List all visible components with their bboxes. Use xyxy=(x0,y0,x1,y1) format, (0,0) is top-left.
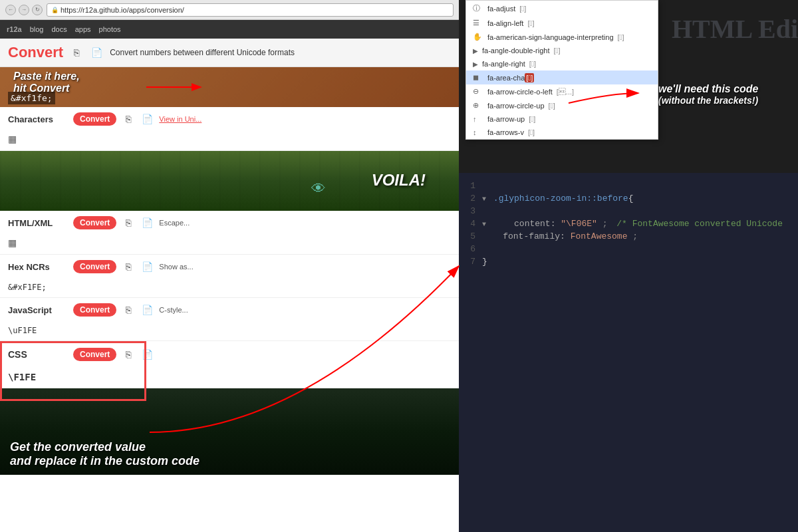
javascript-convert-button[interactable]: Convert xyxy=(73,303,116,317)
fa-arrow-circle-up-icon: ⊕ xyxy=(473,101,483,110)
dropdown-item-fa-adjust[interactable]: ⓘ fa-adjust [] xyxy=(466,1,658,16)
conv-row-characters: Characters Convert ⎘ 📄 View in Uni... ▦ xyxy=(0,107,459,151)
css-value: \F1FE xyxy=(8,372,451,382)
content-semicolon: ; xyxy=(602,219,608,229)
fa-angle-double-right-code: [] xyxy=(554,47,561,55)
dropdown-item-fa-area-chart[interactable]: ◼ fa-area-cha[] xyxy=(466,70,658,84)
dark-forest-image: Get the converted value and replace it i… xyxy=(0,388,459,475)
characters-copy-icon[interactable]: ⎘ xyxy=(122,112,135,126)
css-convert-button[interactable]: Convert xyxy=(73,348,116,361)
line-content-3 xyxy=(482,206,798,216)
js-value: \uF1FE xyxy=(8,326,451,335)
fa-asl-icon: ✋ xyxy=(473,33,483,41)
close-brace: } xyxy=(482,257,487,267)
fold-arrow-2[interactable]: ▼ xyxy=(482,196,486,203)
html-file-icon[interactable]: 📄 xyxy=(140,216,154,229)
fa-align-left-code: [] xyxy=(527,19,534,27)
css-label: CSS xyxy=(8,349,68,360)
css-file-icon[interactable]: 📄 xyxy=(140,348,154,361)
hex-file-icon[interactable]: 📄 xyxy=(140,260,154,273)
eye-icon: 👁 xyxy=(311,180,326,198)
input-image-area: &#xf1fe; Paste it here, hit Convert xyxy=(0,67,459,107)
back-button[interactable]: ← xyxy=(5,5,16,15)
nav-photos[interactable]: photos xyxy=(99,25,121,33)
characters-file-icon[interactable]: 📄 xyxy=(140,112,154,126)
fa-arrows-v-icon: ↕ xyxy=(473,128,483,136)
characters-view-link[interactable]: View in Uni... xyxy=(159,115,201,123)
app-title: Convert xyxy=(8,44,63,61)
dropdown-item-fa-align-left[interactable]: ☰ fa-align-left [] xyxy=(466,16,658,30)
conv-row-css: CSS Convert ⎘ 📄 \F1FE xyxy=(0,341,459,388)
fa-arrow-circle-up-code: [] xyxy=(549,102,555,110)
fa-angle-dbl-expand: ▶ xyxy=(473,47,478,55)
refresh-button[interactable]: ↻ xyxy=(32,5,43,15)
html-copy-icon[interactable]: ⎘ xyxy=(122,216,135,229)
dropdown-item-fa-arrow-circle-up[interactable]: ⊕ fa-arrow-circle-up [] xyxy=(466,98,658,112)
dropdown-item-fa-arrow-circle-o-left[interactable]: ⊖ fa-arrow-circle-o-left [...] xyxy=(466,84,658,98)
fa-align-left-icon: ☰ xyxy=(473,19,483,27)
fa-angle-right-code: [] xyxy=(529,60,536,68)
font-family-semicolon: ; xyxy=(632,231,638,241)
dropdown-item-fa-asl[interactable]: ✋ fa-american-sign-language-interpreting… xyxy=(466,30,658,44)
js-cstyle-option[interactable]: C-style... xyxy=(159,306,188,314)
highlighted-code: [] xyxy=(525,73,534,82)
hex-convert-button[interactable]: Convert xyxy=(73,260,116,273)
characters-convert-button[interactable]: Convert xyxy=(73,112,116,126)
code-line-2: 2 ▼ .glyphicon-zoom-in::before{ xyxy=(459,192,798,205)
right-panel: HTML Edi 📱 ⓘ fa-adjust [] ☰ fa-align-le… xyxy=(459,0,798,532)
copy-icon[interactable]: ⎘ xyxy=(70,46,83,59)
hex-show-option[interactable]: Show as... xyxy=(159,263,193,271)
file-icon[interactable]: 📄 xyxy=(90,46,103,59)
fa-arrow-up-name: fa-arrow-up xyxy=(487,115,525,123)
url-bar[interactable]: 🔒 https://r12a.github.io/apps/conversion… xyxy=(47,3,454,17)
html-label: HTML/XML xyxy=(8,218,68,228)
dropdown-item-fa-angle-double-right[interactable]: ▶ fa-angle-double-right [] xyxy=(466,44,658,57)
browser-chrome: ← → ↻ 🔒 https://r12a.github.io/apps/conv… xyxy=(0,0,459,20)
conv-row-html: HTML/XML Convert ⎘ 📄 Escape... ▦ xyxy=(0,211,459,255)
nav-docs[interactable]: docs xyxy=(51,25,66,33)
css-copy-icon[interactable]: ⎘ xyxy=(122,348,135,361)
fa-arrows-v-name: fa-arrows-v xyxy=(487,128,524,136)
paste-hint-line1: Paste it here, xyxy=(13,70,80,82)
js-copy-icon[interactable]: ⎘ xyxy=(122,303,135,317)
html-convert-button[interactable]: Convert xyxy=(73,216,116,229)
fa-arrow-up-code: [] xyxy=(529,115,535,123)
fa-align-left-name: fa-align-left xyxy=(487,19,523,27)
conv-row-javascript: JavaScript Convert ⎘ 📄 C-style... \uF1FE xyxy=(0,298,459,341)
dropdown-item-fa-angle-right[interactable]: ▶ fa-angle-right [] xyxy=(466,57,658,70)
hex-label: Hex NCRs xyxy=(8,262,68,272)
paste-hint-line2: hit Convert xyxy=(13,82,80,94)
nav-apps[interactable]: apps xyxy=(75,25,91,33)
nav-blog[interactable]: blog xyxy=(30,25,44,33)
characters-grid-icon: ▦ xyxy=(8,134,17,144)
line-content-2: ▼ .glyphicon-zoom-in::before{ xyxy=(482,194,798,203)
line-content-7: } xyxy=(482,257,798,267)
html-editor-bg-text: HTML Edi xyxy=(672,13,798,45)
line-content-4: ▼ content: "\F06E" ; /* FontAwesome conv… xyxy=(482,219,798,229)
code-line-1: 1 xyxy=(459,180,798,192)
content-value: "\F06E" xyxy=(561,219,597,229)
conv-row-hex: Hex NCRs Convert ⎘ 📄 Show as... &#xF1FE; xyxy=(0,255,459,298)
dropdown-item-fa-arrows-v[interactable]: ↕ fa-arrows-v [] xyxy=(466,126,658,139)
left-panel: ← → ↻ 🔒 https://r12a.github.io/apps/conv… xyxy=(0,0,459,532)
html-grid-icon: ▦ xyxy=(8,237,17,248)
open-brace: { xyxy=(628,194,634,203)
fa-area-chart-icon: ◼ xyxy=(473,73,483,82)
fa-area-chart-name: fa-area-cha[] xyxy=(487,74,534,82)
fa-arrows-v-code: [] xyxy=(528,128,535,136)
characters-label: Characters xyxy=(8,114,68,124)
code-editor: 1 2 ▼ .glyphicon-zoom-in::before{ 3 4 xyxy=(459,173,798,532)
js-file-icon[interactable]: 📄 xyxy=(140,303,154,317)
dropdown-item-fa-arrow-up[interactable]: ↑ fa-arrow-up [] xyxy=(466,112,658,126)
fa-arrow-circle-up-name: fa-arrow-circle-up xyxy=(487,102,545,110)
line-number-5: 5 xyxy=(459,231,482,241)
html-escape-option[interactable]: Escape... xyxy=(159,219,190,227)
fa-adjust-name: fa-adjust xyxy=(487,5,515,13)
fold-arrow-4[interactable]: ▼ xyxy=(482,221,486,228)
fa-arrow-circle-o-left-name: fa-arrow-circle-o-left xyxy=(487,88,553,96)
line-number-7: 7 xyxy=(459,257,482,267)
hex-copy-icon[interactable]: ⎘ xyxy=(122,260,135,273)
fa-asl-name: fa-american-sign-language-interpreting xyxy=(487,33,614,41)
fa-angle-double-right-name: fa-angle-double-right xyxy=(482,47,550,55)
forward-button[interactable]: → xyxy=(19,5,29,15)
